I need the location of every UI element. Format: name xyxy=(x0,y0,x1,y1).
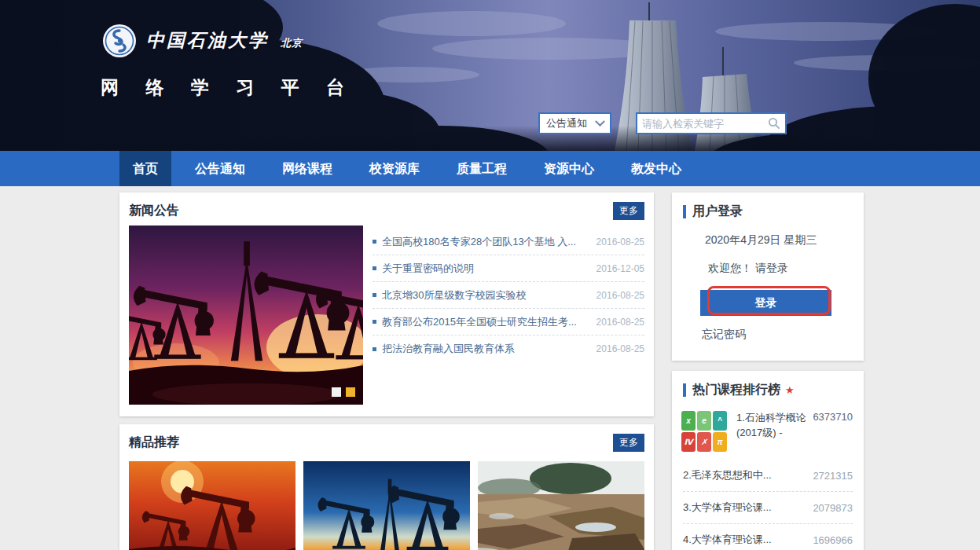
news-item[interactable]: 北京增30所星级数字校园实验校 2016-08-25 xyxy=(373,282,644,309)
oilfield-sunset-image xyxy=(129,226,363,405)
math-tile-icon: x xyxy=(681,411,696,431)
news-link[interactable]: 北京增30所星级数字校园实验校 xyxy=(382,288,589,302)
course-name[interactable]: 1.石油科学概论(2017级) - xyxy=(736,411,811,452)
news-item[interactable]: 教育部公布2015年全国硕士研究生招生考... 2016-08-25 xyxy=(373,309,644,336)
news-date: 2016-08-25 xyxy=(596,236,644,248)
news-section: 新闻公告 更多 xyxy=(119,192,654,416)
rank-item-3[interactable]: 3.大学体育理论课... 2079873 xyxy=(683,492,853,524)
pager-dot-1[interactable] xyxy=(332,387,341,397)
rank-item-4[interactable]: 4.大学体育理论课... 1696966 xyxy=(683,524,853,550)
news-date: 2016-08-25 xyxy=(596,290,644,301)
current-date: 2020年4月29日 星期三 xyxy=(705,233,817,248)
math-tile-icon: ^ xyxy=(713,411,727,431)
math-tile-icon: e xyxy=(697,411,711,431)
featured-more-button[interactable]: 更多 xyxy=(613,434,644,452)
nav-item-announcements[interactable]: 公告通知 xyxy=(182,151,259,186)
news-link[interactable]: 把法治教育融入国民教育体系 xyxy=(382,342,589,356)
featured-course-thumb[interactable] xyxy=(303,461,470,550)
news-item[interactable]: 全国高校180名专家28个团队13个基地 入... 2016-08-25 xyxy=(373,229,644,255)
bullet-icon xyxy=(373,320,376,324)
login-section: 用户登录 2020年4月29日 星期三 欢迎您！ 请登录 登录 忘记密码 xyxy=(672,192,864,361)
rocky-landscape-image xyxy=(478,461,644,550)
news-date: 2016-08-25 xyxy=(596,317,644,328)
login-button[interactable]: 登录 xyxy=(700,290,831,316)
course-name[interactable]: 3.大学体育理论课... xyxy=(683,500,772,515)
star-icon: ★ xyxy=(785,384,795,396)
rank-item-1[interactable]: x e ^ Ⅳ ✗ π 1.石油科学概论(2017级) - 6373710 xyxy=(672,398,864,460)
search-category-select[interactable]: 公告通知 xyxy=(538,112,611,134)
featured-title: 精品推荐 xyxy=(129,434,179,451)
hot-courses-section: 热门课程排行榜 ★ x e ^ Ⅳ ✗ π 1.石油科学概论(2017级) - … xyxy=(672,371,864,550)
course-count: 1696966 xyxy=(813,534,853,546)
nav-item-home[interactable]: 首页 xyxy=(119,151,171,186)
section-accent-bar xyxy=(683,383,686,397)
news-title: 新闻公告 xyxy=(129,203,179,219)
blue-dusk-oilfield-image xyxy=(303,461,470,550)
news-item[interactable]: 把法治教育融入国民教育体系 2016-08-25 xyxy=(373,336,644,362)
featured-course-thumb[interactable] xyxy=(478,461,644,550)
search-box xyxy=(636,112,787,134)
red-sunset-oilfield-image xyxy=(129,461,295,550)
search-input[interactable] xyxy=(642,118,768,130)
bullet-icon xyxy=(373,266,376,270)
course-count: 6373710 xyxy=(813,411,853,452)
pager-dot-2[interactable] xyxy=(346,387,355,397)
section-accent-bar xyxy=(683,205,686,218)
ranking-title: 热门课程排行榜 xyxy=(692,382,780,398)
chevron-down-icon xyxy=(595,116,605,126)
hero-header: 中国石油大学 北京 网 络 学 习 平 台 公告通知 xyxy=(0,0,980,151)
math-tile-icon: Ⅳ xyxy=(681,432,696,452)
main-nav: 首页 公告通知 网络课程 校资源库 质量工程 资源中心 教发中心 xyxy=(0,151,980,186)
campus-label: 北京 xyxy=(281,37,303,49)
news-date: 2016-08-25 xyxy=(596,343,644,354)
nav-item-online-courses[interactable]: 网络课程 xyxy=(269,151,346,186)
bullet-icon xyxy=(373,347,376,351)
platform-title: 网 络 学 习 平 台 xyxy=(101,75,355,100)
nav-item-resource-center[interactable]: 资源中心 xyxy=(530,151,607,186)
nav-item-school-resources[interactable]: 校资源库 xyxy=(356,151,433,186)
rank-item-2[interactable]: 2.毛泽东思想和中... 2721315 xyxy=(683,460,853,492)
search-icon[interactable] xyxy=(768,117,780,130)
nav-item-teaching-center[interactable]: 教发中心 xyxy=(618,151,695,186)
news-link[interactable]: 全国高校180名专家28个团队13个基地 入... xyxy=(382,235,589,249)
search-row: 公告通知 xyxy=(0,112,980,136)
news-carousel-image[interactable] xyxy=(129,226,363,405)
featured-course-thumb[interactable] xyxy=(129,461,295,550)
main-content: 新闻公告 更多 xyxy=(119,186,864,550)
carousel-pager xyxy=(332,387,355,397)
course-icon: x e ^ Ⅳ ✗ π xyxy=(681,411,727,452)
news-list: 全国高校180名专家28个团队13个基地 入... 2016-08-25 关于重… xyxy=(373,229,644,362)
course-name[interactable]: 4.大学体育理论课... xyxy=(683,533,772,547)
news-item[interactable]: 关于重置密码的说明 2016-12-05 xyxy=(373,255,644,282)
bullet-icon xyxy=(373,240,376,244)
forgot-password-link[interactable]: 忘记密码 xyxy=(702,328,746,342)
course-count: 2721315 xyxy=(813,470,853,482)
university-logo-icon xyxy=(102,24,137,58)
course-count: 2079873 xyxy=(813,502,853,514)
welcome-text: 欢迎您！ 请登录 xyxy=(708,262,788,276)
course-name[interactable]: 2.毛泽东思想和中... xyxy=(683,468,772,482)
nav-item-quality-projects[interactable]: 质量工程 xyxy=(443,151,520,186)
bullet-icon xyxy=(373,293,376,297)
math-tile-icon: π xyxy=(713,432,727,452)
university-name: 中国石油大学 北京 xyxy=(146,28,398,53)
featured-section: 精品推荐 更多 xyxy=(119,424,654,550)
news-date: 2016-12-05 xyxy=(596,263,644,274)
news-link[interactable]: 教育部公布2015年全国硕士研究生招生考... xyxy=(382,315,589,329)
news-more-button[interactable]: 更多 xyxy=(613,202,644,220)
math-tile-icon: ✗ xyxy=(697,432,711,452)
news-link[interactable]: 关于重置密码的说明 xyxy=(382,262,589,276)
search-category-value: 公告通知 xyxy=(546,116,587,130)
login-title: 用户登录 xyxy=(692,204,743,220)
